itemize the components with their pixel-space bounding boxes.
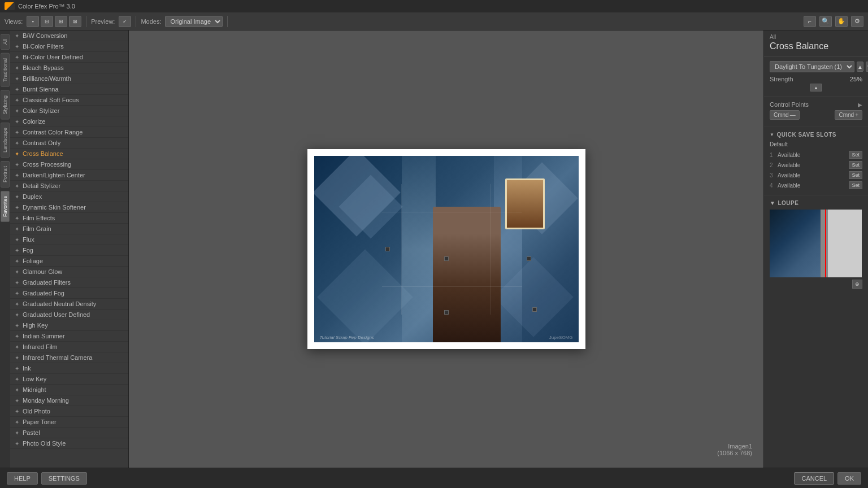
filter-item[interactable]: ✦Dynamic Skin Softener	[10, 202, 128, 213]
light-pillar-1	[402, 156, 436, 342]
filter-item[interactable]: ✦High Key	[10, 320, 128, 331]
filter-item[interactable]: ✦Pastel	[10, 428, 128, 438]
quick-save-slot: 1 Available Set	[770, 150, 862, 160]
filter-item[interactable]: ✦Low Key	[10, 374, 128, 385]
filter-star-icon: ✦	[15, 269, 19, 275]
filter-item[interactable]: ✦Indian Summer	[10, 331, 128, 342]
filter-item[interactable]: ✦Midnight	[10, 385, 128, 395]
cp-remove-btn[interactable]: Cmnd +	[835, 110, 862, 120]
filter-item[interactable]: ✦Burnt Sienna	[10, 84, 128, 95]
rp-preset-section: Daylight To Tungsten (1) ▲ ▼ Strength 25…	[764, 56, 868, 97]
ok-button[interactable]: OK	[837, 472, 861, 485]
rp-control-points-section: Control Points ▶ Cmnd — Cmnd +	[764, 97, 868, 127]
filter-item[interactable]: ✦Duplex	[10, 191, 128, 202]
view-dual-btn[interactable]: ⊞	[55, 16, 67, 27]
view-single-btn[interactable]: ▪	[27, 16, 39, 27]
loupe-right-half	[828, 210, 862, 277]
settings-tool-btn[interactable]: ⚙	[851, 16, 863, 27]
filter-item[interactable]: ✦Color Stylizer	[10, 106, 128, 116]
view-split-btn[interactable]: ⊟	[41, 16, 53, 27]
filter-item[interactable]: ✦Graduated Fog	[10, 288, 128, 299]
ctrl-pt-1[interactable]	[385, 247, 390, 251]
filter-star-icon: ✦	[15, 355, 19, 361]
filter-item[interactable]: ✦Darken/Lighten Center	[10, 170, 128, 181]
filter-list: ✦B/W Conversion✦Bi-Color Filters✦Bi-Colo…	[10, 30, 129, 468]
cp-add-label: Cmnd	[774, 112, 789, 118]
ctrl-pt-3[interactable]	[527, 256, 531, 261]
rp-preset-dropdown[interactable]: Daylight To Tungsten (1)	[770, 61, 854, 72]
filter-item[interactable]: ✦Foliage	[10, 256, 128, 267]
rp-strength-slider[interactable]: ▲	[810, 84, 822, 91]
filter-item[interactable]: ✦Monday Morning	[10, 395, 128, 406]
ctrl-pt-5[interactable]	[532, 307, 537, 312]
ctrl-pt-2[interactable]	[444, 256, 449, 261]
filter-item[interactable]: ✦Colorize	[10, 116, 128, 127]
views-label: Views:	[5, 18, 23, 25]
pan-tool-btn[interactable]: ✋	[835, 16, 848, 27]
filter-item[interactable]: ✦Detail Stylizer	[10, 181, 128, 191]
filter-star-icon: ✦	[15, 172, 19, 178]
filter-item[interactable]: ✦Fog	[10, 245, 128, 256]
left-tabs: All Traditional Stylizing Landscape Port…	[0, 30, 10, 468]
filter-item[interactable]: ✦Contrast Color Range	[10, 127, 128, 138]
filter-item[interactable]: ✦Cross Balance	[10, 149, 128, 159]
tab-landscape[interactable]: Landscape	[1, 123, 10, 158]
qs-set-btn[interactable]: Set	[849, 161, 862, 169]
filter-item[interactable]: ✦Photo Old Style	[10, 438, 128, 449]
help-button[interactable]: HELP	[7, 472, 38, 485]
filter-item[interactable]: ✦Bleach Bypass	[10, 63, 128, 73]
rp-filter-title: Cross Balance	[764, 41, 868, 56]
filter-item[interactable]: ✦Cross Processing	[10, 159, 128, 170]
filter-item[interactable]: ✦Bi-Color User Defined	[10, 52, 128, 63]
qs-set-btn[interactable]: Set	[849, 151, 862, 159]
filter-item[interactable]: ✦Infrared Film	[10, 342, 128, 352]
filter-item[interactable]: ✦Graduated Neutral Density	[10, 299, 128, 310]
strength-value: 25%	[850, 76, 862, 82]
preview-toggle-btn[interactable]: ✓	[119, 16, 131, 27]
qs-slot-label: Available	[778, 152, 849, 158]
tab-traditional[interactable]: Traditional	[1, 53, 10, 87]
filter-item[interactable]: ✦Graduated Filters	[10, 277, 128, 288]
filter-item[interactable]: ✦B/W Conversion	[10, 30, 128, 41]
tab-all[interactable]: All	[1, 34, 10, 50]
view-multi-btn[interactable]: ⊠	[69, 16, 81, 27]
filter-item[interactable]: ✦Graduated User Defined	[10, 310, 128, 320]
corner-tool-btn[interactable]: ⌐	[804, 16, 816, 27]
quick-save-slot: 2 Available Set	[770, 160, 862, 170]
loupe-settings-btn[interactable]: ⊕	[852, 280, 862, 289]
rp-preset-prev[interactable]: ▲	[857, 62, 863, 72]
tab-portrait[interactable]: Portrait	[1, 161, 10, 188]
filter-item[interactable]: ✦Old Photo	[10, 406, 128, 417]
filter-star-icon: ✦	[15, 280, 19, 286]
filter-item[interactable]: ✦Paper Toner	[10, 417, 128, 428]
qs-slot-num: 3	[770, 172, 778, 178]
qs-set-btn[interactable]: Set	[849, 181, 862, 189]
cancel-button[interactable]: CANCEL	[794, 472, 834, 485]
filter-item[interactable]: ✦Glamour Glow	[10, 267, 128, 277]
zoom-tool-btn[interactable]: 🔍	[819, 16, 832, 27]
filter-item[interactable]: ✦Flux	[10, 234, 128, 245]
filter-item[interactable]: ✦Bi-Color Filters	[10, 41, 128, 52]
filter-star-icon: ✦	[15, 408, 19, 415]
qs-set-btn[interactable]: Set	[849, 171, 862, 179]
tab-favorites[interactable]: Favorites	[1, 191, 10, 222]
filter-item[interactable]: ✦Contrast Only	[10, 138, 128, 149]
cp-label: Control Points	[770, 101, 809, 108]
cp-remove-label: Cmnd	[839, 112, 854, 118]
filter-item[interactable]: ✦Classical Soft Focus	[10, 95, 128, 106]
modes-dropdown[interactable]: Original Image	[165, 16, 223, 27]
settings-button[interactable]: SETTINGS	[41, 472, 87, 485]
filter-star-icon: ✦	[15, 183, 19, 189]
rp-preset-next[interactable]: ▼	[866, 62, 868, 72]
ctrl-pt-4[interactable]	[444, 310, 449, 315]
filter-item[interactable]: ✦Film Effects	[10, 213, 128, 224]
cp-add-btn[interactable]: Cmnd —	[770, 110, 800, 120]
filter-item[interactable]: ✦Ink	[10, 363, 128, 374]
filter-item[interactable]: ✦Infrared Thermal Camera	[10, 352, 128, 363]
filter-item[interactable]: ✦Brilliance/Warmth	[10, 73, 128, 84]
filter-star-icon: ✦	[15, 430, 19, 436]
toolbar: Views: ▪ ⊟ ⊞ ⊠ Preview: ✓ Modes: Origina…	[0, 12, 868, 30]
filter-item[interactable]: ✦Film Grain	[10, 224, 128, 234]
tab-stylizing[interactable]: Stylizing	[1, 90, 10, 120]
filter-star-icon: ✦	[15, 65, 19, 71]
